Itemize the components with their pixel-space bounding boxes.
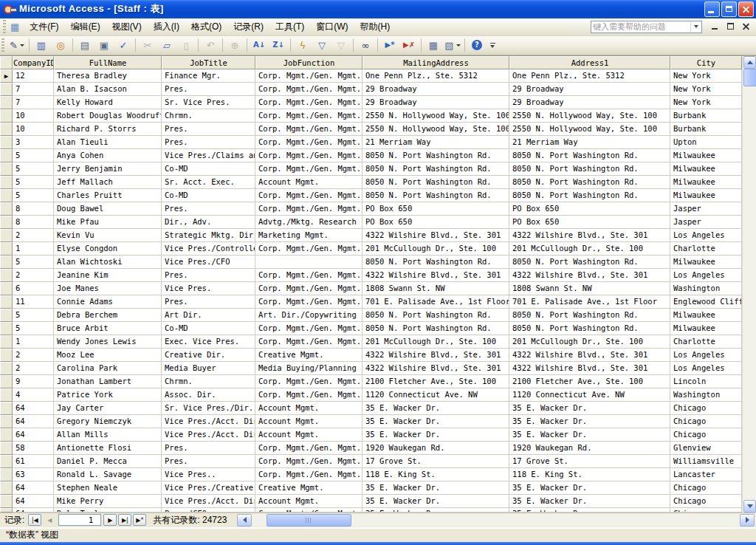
cell[interactable]: Chicago <box>670 428 742 442</box>
cell[interactable]: 2550 N. Hollywood Way, Ste. 100 <box>509 123 670 136</box>
cell[interactable]: Account Mgmt. <box>255 176 362 189</box>
cell[interactable]: Vice Pres./Acct. Dir <box>162 495 255 508</box>
cell[interactable]: 17 Grove St. <box>509 455 670 468</box>
menu-item-tools[interactable]: 工具(T) <box>269 18 310 35</box>
toolbar-options-button[interactable] <box>488 37 497 53</box>
cell[interactable]: 8050 N. Port Washington Rd. <box>362 176 509 189</box>
cell[interactable]: 118 E. King St. <box>509 468 670 481</box>
menu-item-window[interactable]: 窗口(W) <box>310 18 354 35</box>
cell[interactable]: Glenview <box>670 442 742 455</box>
cell[interactable]: Robert Douglas Woodruff <box>54 109 162 123</box>
cell[interactable]: Corp. Mgmt./Gen. Mgmt. <box>255 375 362 388</box>
cell[interactable]: Milwaukee <box>670 176 742 189</box>
cell[interactable]: Vice Pres./Claims an <box>162 149 255 162</box>
record-selector[interactable] <box>0 428 13 442</box>
cell[interactable]: Sr. Vice Pres./Dir., <box>162 402 255 415</box>
record-selector[interactable] <box>0 362 13 375</box>
cell[interactable]: 35 E. Wacker Dr. <box>509 415 670 428</box>
cell[interactable]: New York <box>670 69 742 83</box>
cell[interactable]: 5 <box>13 189 54 202</box>
cell[interactable]: Corp. Mgmt./Gen. Mgmt. <box>255 282 362 295</box>
cell[interactable]: Williamsville <box>670 455 742 468</box>
cell[interactable]: Dir., Adv. <box>162 216 255 229</box>
cell[interactable]: Corp. Mgmt./Gen. Mgmt. <box>255 242 362 256</box>
cell[interactable]: One Penn Plz., Ste. 5312 <box>509 69 670 83</box>
cell[interactable]: Los Angeles <box>670 349 742 362</box>
scroll-right-button[interactable] <box>740 514 755 527</box>
cell[interactable]: 701 E. Palisade Ave., 1st Floor <box>362 295 509 309</box>
help-button[interactable]: ? <box>468 37 486 53</box>
cell[interactable]: 1120 Connecticut Ave. NW <box>362 388 509 402</box>
column-header-companyid[interactable]: CompanyID <box>13 56 54 69</box>
cell[interactable]: 8050 N. Port Washington Rd. <box>362 149 509 162</box>
cell[interactable]: Corp. Mgmt./Gen. Mgmt. <box>255 149 362 162</box>
cell[interactable]: 8050 N. Port Washington Rd. <box>362 322 509 335</box>
cell[interactable]: 201 McCullough Dr., Ste. 100 <box>509 335 670 349</box>
record-selector[interactable] <box>0 282 13 295</box>
record-selector[interactable] <box>0 162 13 176</box>
cell[interactable]: Charles Pruitt <box>54 189 162 202</box>
record-selector[interactable] <box>0 136 13 149</box>
cell[interactable]: Corp. Mgmt./Gen. Mgmt. <box>255 508 362 513</box>
cell[interactable]: 5 <box>13 256 54 269</box>
record-number-input[interactable] <box>58 514 101 526</box>
cell[interactable]: Corp. Mgmt./Gen. Mgmt. <box>255 202 362 216</box>
cell[interactable]: Upton <box>670 136 742 149</box>
cell[interactable]: Advtg./Mktg. Research <box>255 216 362 229</box>
minimize-button[interactable] <box>704 1 720 17</box>
spelling-button[interactable]: ✓ <box>114 37 132 53</box>
column-header-jobfunction[interactable]: JobFunction <box>255 56 362 69</box>
cell[interactable]: 4 <box>13 388 54 402</box>
cell[interactable]: Assoc. Dir. <box>162 388 255 402</box>
cell[interactable]: Finance Mgr. <box>162 69 255 83</box>
cell[interactable]: Theresa Bradley <box>54 69 162 83</box>
cell[interactable] <box>255 256 362 269</box>
print-preview-button[interactable]: ▣ <box>95 37 113 53</box>
cell[interactable]: Corp. Mgmt./Gen. Mgmt. <box>255 442 362 455</box>
cell[interactable]: 17 Grove St. <box>362 455 509 468</box>
cell[interactable]: 1808 Swann St. NW <box>509 282 670 295</box>
menu-item-file[interactable]: 文件(F) <box>24 18 64 35</box>
vertical-scrollbar[interactable] <box>742 56 756 513</box>
cell[interactable]: 4322 Wilshire Blvd., Ste. 301 <box>362 349 509 362</box>
cell[interactable]: 8050 N. Port Washington Rd. <box>509 162 670 176</box>
cell[interactable]: Media Buying/Planning <box>255 362 362 375</box>
sort-descending-button[interactable]: Z↓ <box>269 37 287 53</box>
cell[interactable]: Wendy Jones Lewis <box>54 335 162 349</box>
cell[interactable]: Chicago <box>670 415 742 428</box>
cell[interactable]: 1 <box>13 335 54 349</box>
cell[interactable]: One Penn Plz., Ste. 5312 <box>362 69 509 83</box>
find-button[interactable]: ∞ <box>357 37 374 53</box>
cell[interactable]: 8050 N. Port Washington Rd. <box>362 309 509 322</box>
record-selector[interactable] <box>0 189 13 202</box>
cell[interactable]: Vice Pres. <box>162 282 255 295</box>
cell[interactable]: 4322 Wilshire Blvd., Ste. 301 <box>362 269 509 282</box>
help-search-input[interactable] <box>591 22 690 32</box>
record-selector[interactable] <box>0 335 13 349</box>
cell[interactable]: Charlotte <box>670 242 742 256</box>
cell[interactable]: Bruce Arbit <box>54 322 162 335</box>
cell[interactable]: 64 <box>13 428 54 442</box>
record-selector[interactable] <box>0 455 13 468</box>
record-selector[interactable] <box>0 256 13 269</box>
cell[interactable]: Corp. Mgmt./Gen. Mgmt. <box>255 189 362 202</box>
record-selector[interactable] <box>0 508 13 513</box>
cell[interactable]: Pres./CFO <box>162 508 255 513</box>
cell[interactable]: Vice Pres./Acct. Dir <box>162 428 255 442</box>
cell[interactable]: Los Angeles <box>670 269 742 282</box>
record-selector[interactable] <box>0 322 13 335</box>
cell[interactable]: Corp. Mgmt./Gen. Mgmt. <box>255 468 362 481</box>
vertical-scroll-thumb[interactable] <box>743 69 756 86</box>
cell[interactable]: 35 E. Wacker Dr. <box>509 402 670 415</box>
cell[interactable]: Anya Cohen <box>54 149 162 162</box>
copy-button[interactable]: ▱ <box>158 37 176 53</box>
first-record-button[interactable]: |◀ <box>28 514 41 526</box>
cell[interactable]: 8050 N. Port Washington Rd. <box>509 176 670 189</box>
cell[interactable]: 5 <box>13 149 54 162</box>
cell[interactable]: 29 Broadway <box>362 83 509 96</box>
cell[interactable]: Corp. Mgmt./Gen. Mgmt. <box>255 83 362 96</box>
cell[interactable]: Pres. <box>162 136 255 149</box>
cell[interactable]: 64 <box>13 415 54 428</box>
cell[interactable]: 29 Broadway <box>362 96 509 109</box>
cell[interactable]: 8 <box>13 202 54 216</box>
